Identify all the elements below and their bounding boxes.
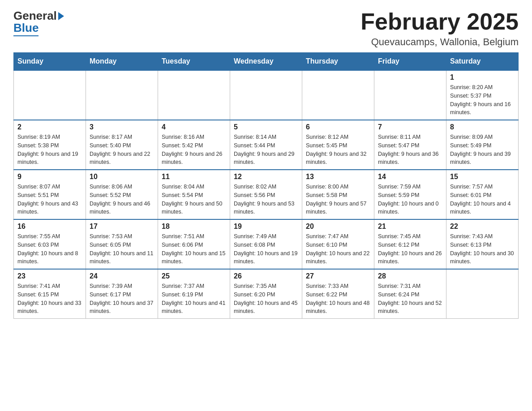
calendar-cell: 26Sunrise: 7:35 AM Sunset: 6:20 PM Dayli…	[230, 269, 302, 319]
day-info: Sunrise: 7:49 AM Sunset: 6:08 PM Dayligh…	[234, 232, 298, 266]
day-info: Sunrise: 8:00 AM Sunset: 5:58 PM Dayligh…	[306, 183, 370, 216]
day-number: 16	[17, 223, 82, 231]
calendar-cell: 15Sunrise: 7:57 AM Sunset: 6:01 PM Dayli…	[446, 170, 519, 219]
calendar-cell	[374, 70, 446, 120]
month-title: February 2025	[360, 9, 519, 34]
day-info: Sunrise: 7:31 AM Sunset: 6:24 PM Dayligh…	[378, 282, 442, 316]
day-info: Sunrise: 8:02 AM Sunset: 5:56 PM Dayligh…	[234, 183, 298, 216]
day-number: 25	[162, 272, 226, 280]
calendar-cell: 8Sunrise: 8:09 AM Sunset: 5:49 PM Daylig…	[446, 120, 519, 170]
day-info: Sunrise: 8:09 AM Sunset: 5:49 PM Dayligh…	[450, 133, 515, 167]
day-number: 18	[162, 223, 226, 231]
day-number: 27	[306, 272, 370, 280]
day-of-week-header: Wednesday	[230, 53, 302, 71]
calendar-table: SundayMondayTuesdayWednesdayThursdayFrid…	[13, 52, 519, 319]
day-of-week-header: Monday	[86, 53, 158, 71]
calendar-cell: 5Sunrise: 8:14 AM Sunset: 5:44 PM Daylig…	[230, 120, 302, 170]
day-info: Sunrise: 7:57 AM Sunset: 6:01 PM Dayligh…	[450, 183, 515, 216]
day-of-week-header: Thursday	[302, 53, 374, 71]
calendar-cell: 27Sunrise: 7:33 AM Sunset: 6:22 PM Dayli…	[302, 269, 374, 319]
location-label: Quevaucamps, Wallonia, Belgium	[360, 36, 519, 48]
day-number: 24	[90, 272, 154, 280]
day-info: Sunrise: 8:12 AM Sunset: 5:45 PM Dayligh…	[306, 133, 370, 167]
day-info: Sunrise: 7:55 AM Sunset: 6:03 PM Dayligh…	[17, 232, 82, 266]
day-info: Sunrise: 8:11 AM Sunset: 5:47 PM Dayligh…	[378, 133, 442, 167]
day-of-week-header: Saturday	[446, 53, 519, 71]
day-number: 21	[378, 223, 442, 231]
day-info: Sunrise: 7:53 AM Sunset: 6:05 PM Dayligh…	[90, 232, 154, 266]
day-info: Sunrise: 8:16 AM Sunset: 5:42 PM Dayligh…	[162, 133, 226, 167]
calendar-week-row: 2Sunrise: 8:19 AM Sunset: 5:38 PM Daylig…	[14, 120, 519, 170]
day-info: Sunrise: 8:06 AM Sunset: 5:52 PM Dayligh…	[90, 183, 154, 216]
day-info: Sunrise: 7:41 AM Sunset: 6:15 PM Dayligh…	[17, 282, 82, 316]
calendar-body: 1Sunrise: 8:20 AM Sunset: 5:37 PM Daylig…	[14, 70, 519, 319]
day-of-week-header: Friday	[374, 53, 446, 71]
day-info: Sunrise: 8:04 AM Sunset: 5:54 PM Dayligh…	[162, 183, 226, 216]
day-number: 3	[90, 123, 154, 131]
calendar-cell: 10Sunrise: 8:06 AM Sunset: 5:52 PM Dayli…	[86, 170, 158, 219]
calendar-cell: 14Sunrise: 7:59 AM Sunset: 5:59 PM Dayli…	[374, 170, 446, 219]
day-number: 4	[162, 123, 226, 131]
day-of-week-header: Sunday	[14, 53, 86, 71]
day-number: 1	[450, 73, 515, 81]
calendar-cell: 3Sunrise: 8:17 AM Sunset: 5:40 PM Daylig…	[86, 120, 158, 170]
calendar-cell: 12Sunrise: 8:02 AM Sunset: 5:56 PM Dayli…	[230, 170, 302, 219]
day-number: 11	[162, 173, 226, 181]
calendar-cell: 2Sunrise: 8:19 AM Sunset: 5:38 PM Daylig…	[14, 120, 86, 170]
calendar-cell: 20Sunrise: 7:47 AM Sunset: 6:10 PM Dayli…	[302, 219, 374, 269]
calendar-week-row: 1Sunrise: 8:20 AM Sunset: 5:37 PM Daylig…	[14, 70, 519, 120]
day-number: 28	[378, 272, 442, 280]
calendar-cell: 6Sunrise: 8:12 AM Sunset: 5:45 PM Daylig…	[302, 120, 374, 170]
day-number: 26	[234, 272, 298, 280]
day-number: 19	[234, 223, 298, 231]
day-number: 8	[450, 123, 515, 131]
day-info: Sunrise: 8:14 AM Sunset: 5:44 PM Dayligh…	[234, 133, 298, 167]
calendar-week-row: 23Sunrise: 7:41 AM Sunset: 6:15 PM Dayli…	[14, 269, 519, 319]
calendar-cell: 23Sunrise: 7:41 AM Sunset: 6:15 PM Dayli…	[14, 269, 86, 319]
calendar-cell: 25Sunrise: 7:37 AM Sunset: 6:19 PM Dayli…	[158, 269, 230, 319]
title-block: February 2025 Quevaucamps, Wallonia, Bel…	[360, 9, 519, 48]
calendar-cell	[230, 70, 302, 120]
calendar-cell: 9Sunrise: 8:07 AM Sunset: 5:51 PM Daylig…	[14, 170, 86, 219]
day-info: Sunrise: 7:33 AM Sunset: 6:22 PM Dayligh…	[306, 282, 370, 316]
calendar-header: SundayMondayTuesdayWednesdayThursdayFrid…	[14, 53, 519, 71]
calendar-cell	[158, 70, 230, 120]
calendar-cell	[86, 70, 158, 120]
day-info: Sunrise: 8:07 AM Sunset: 5:51 PM Dayligh…	[17, 183, 82, 216]
calendar-cell: 1Sunrise: 8:20 AM Sunset: 5:37 PM Daylig…	[446, 70, 519, 120]
day-number: 20	[306, 223, 370, 231]
calendar-cell	[302, 70, 374, 120]
calendar-cell: 11Sunrise: 8:04 AM Sunset: 5:54 PM Dayli…	[158, 170, 230, 219]
day-number: 12	[234, 173, 298, 181]
day-info: Sunrise: 7:45 AM Sunset: 6:12 PM Dayligh…	[378, 232, 442, 266]
page-header: General Blue February 2025 Quevaucamps, …	[13, 9, 519, 48]
logo-blue-text: Blue	[13, 21, 39, 34]
calendar-cell: 28Sunrise: 7:31 AM Sunset: 6:24 PM Dayli…	[374, 269, 446, 319]
day-number: 15	[450, 173, 515, 181]
logo-underline	[13, 35, 39, 36]
calendar-cell: 24Sunrise: 7:39 AM Sunset: 6:17 PM Dayli…	[86, 269, 158, 319]
day-header-row: SundayMondayTuesdayWednesdayThursdayFrid…	[14, 53, 519, 71]
calendar-cell: 4Sunrise: 8:16 AM Sunset: 5:42 PM Daylig…	[158, 120, 230, 170]
logo: General Blue	[13, 9, 64, 36]
calendar-cell	[446, 269, 519, 319]
calendar-cell: 19Sunrise: 7:49 AM Sunset: 6:08 PM Dayli…	[230, 219, 302, 269]
day-number: 10	[90, 173, 154, 181]
calendar-cell: 13Sunrise: 8:00 AM Sunset: 5:58 PM Dayli…	[302, 170, 374, 219]
calendar-cell: 22Sunrise: 7:43 AM Sunset: 6:13 PM Dayli…	[446, 219, 519, 269]
day-number: 2	[17, 123, 82, 131]
day-info: Sunrise: 7:39 AM Sunset: 6:17 PM Dayligh…	[90, 282, 154, 316]
day-number: 7	[378, 123, 442, 131]
day-number: 23	[17, 272, 82, 280]
calendar-week-row: 16Sunrise: 7:55 AM Sunset: 6:03 PM Dayli…	[14, 219, 519, 269]
day-number: 22	[450, 223, 515, 231]
calendar-cell: 16Sunrise: 7:55 AM Sunset: 6:03 PM Dayli…	[14, 219, 86, 269]
day-of-week-header: Tuesday	[158, 53, 230, 71]
day-info: Sunrise: 7:43 AM Sunset: 6:13 PM Dayligh…	[450, 232, 515, 266]
calendar-cell: 7Sunrise: 8:11 AM Sunset: 5:47 PM Daylig…	[374, 120, 446, 170]
day-info: Sunrise: 7:59 AM Sunset: 5:59 PM Dayligh…	[378, 183, 442, 216]
day-info: Sunrise: 8:17 AM Sunset: 5:40 PM Dayligh…	[90, 133, 154, 167]
day-number: 9	[17, 173, 82, 181]
logo-triangle-icon	[58, 12, 64, 20]
day-number: 13	[306, 173, 370, 181]
